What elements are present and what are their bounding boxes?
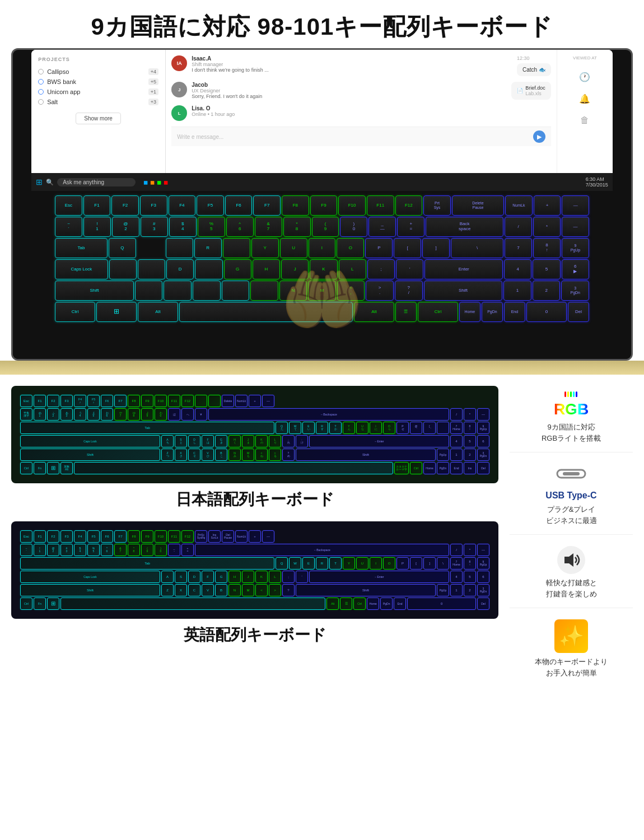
- jp-kana[interactable]: カタカナローマ字: [394, 462, 409, 474]
- en-bs[interactable]: \: [437, 557, 449, 570]
- en-b[interactable]: B: [215, 584, 227, 596]
- en-numplus[interactable]: +: [249, 530, 261, 543]
- en-rb[interactable]: ]: [423, 557, 436, 570]
- jp-g[interactable]: Gき: [215, 435, 227, 447]
- en-6[interactable]: ^6: [101, 544, 113, 556]
- jp-home[interactable]: Home: [423, 462, 436, 474]
- jp-f[interactable]: Fは: [202, 435, 214, 447]
- key-d[interactable]: D: [166, 259, 194, 279]
- en-n9[interactable]: 9PgUp: [477, 557, 489, 570]
- jp-f12[interactable]: F12: [181, 395, 194, 407]
- key-f2[interactable]: F2: [111, 195, 139, 216]
- key-f7[interactable]: F7: [253, 195, 281, 216]
- jp-p[interactable]: Pせ: [396, 422, 409, 434]
- en-n2[interactable]: 2: [464, 584, 476, 596]
- jp-numstar[interactable]: *: [464, 408, 476, 421]
- en-prtsc[interactable]: PrtScSysRq: [195, 530, 207, 543]
- jp-x[interactable]: Xさ: [175, 449, 187, 461]
- key-3[interactable]: #3: [141, 217, 168, 237]
- jp-nu1[interactable]: ぬ1: [34, 408, 46, 421]
- en-z[interactable]: Z: [161, 584, 174, 596]
- en-u[interactable]: U: [356, 557, 368, 570]
- jp-f13[interactable]: [195, 395, 207, 407]
- jp-yen[interactable]: ¥: [195, 408, 207, 421]
- en-f12[interactable]: F12: [181, 530, 194, 543]
- key-pgdn[interactable]: PgDn: [482, 302, 503, 322]
- en-ns[interactable]: /: [450, 544, 463, 556]
- key-y[interactable]: Y: [251, 238, 279, 258]
- en-f5[interactable]: F5: [87, 530, 100, 543]
- key-p[interactable]: P: [365, 238, 393, 258]
- en-f2[interactable]: F2: [47, 530, 59, 543]
- key-2[interactable]: @2: [112, 217, 139, 237]
- jp-u4[interactable]: う4: [74, 408, 86, 421]
- en-space[interactable]: [60, 598, 325, 610]
- en-l[interactable]: L: [269, 571, 281, 583]
- key-6[interactable]: ^6: [226, 217, 254, 237]
- key-menu[interactable]: ☰: [395, 302, 417, 322]
- key-backslash[interactable]: \: [451, 238, 503, 258]
- jp-yu8[interactable]: ゆ8: [128, 408, 140, 421]
- en-bsp[interactable]: ←Backspace: [195, 544, 449, 556]
- jp-8up[interactable]: 8↑: [464, 422, 476, 434]
- jp-del[interactable]: Del: [477, 462, 489, 474]
- en-o[interactable]: O: [383, 557, 395, 570]
- jp-ya7[interactable]: や7: [114, 408, 127, 421]
- jp-a[interactable]: Aち: [161, 435, 174, 447]
- en-k[interactable]: K: [255, 571, 268, 583]
- jp-b[interactable]: Bこ: [215, 449, 227, 461]
- en-esc[interactable]: Esc: [20, 530, 32, 543]
- jp-3pg[interactable]: 3PgDn: [477, 449, 489, 461]
- key-f5[interactable]: F5: [197, 195, 224, 216]
- key-4[interactable]: $4: [169, 217, 197, 237]
- jp-s[interactable]: Sと: [175, 435, 187, 447]
- key-9[interactable]: (9: [312, 217, 339, 237]
- jp-wa0[interactable]: わ0: [155, 408, 167, 421]
- en-n3[interactable]: 3PgDn: [477, 584, 489, 596]
- key-alt-right[interactable]: Alt: [354, 302, 394, 322]
- key-semicolon[interactable]: ;: [367, 259, 395, 279]
- key-capslock[interactable]: Caps Lock: [55, 259, 108, 279]
- en-8[interactable]: *8: [128, 544, 140, 556]
- jp-delete[interactable]: Delete: [222, 395, 234, 407]
- jp-ho[interactable]: ほ: [168, 408, 180, 421]
- en-j[interactable]: J: [242, 571, 254, 583]
- jp-pgup[interactable]: PgUp: [437, 449, 449, 461]
- en-fn[interactable]: Fn: [34, 598, 46, 610]
- jp-l[interactable]: Lり: [269, 435, 281, 447]
- key-f10[interactable]: F10: [338, 195, 366, 216]
- key-e[interactable]: [166, 238, 193, 258]
- key-lbracket[interactable]: [: [394, 238, 421, 258]
- key-1[interactable]: !1: [83, 217, 111, 237]
- jp-6[interactable]: 6: [477, 435, 489, 447]
- key-alt-left[interactable]: Alt: [138, 302, 178, 322]
- jp-q2[interactable]: ?め: [282, 449, 295, 461]
- jp-tab[interactable]: Tab: [20, 422, 274, 434]
- key-b[interactable]: [250, 281, 278, 301]
- jp-r[interactable]: Rす: [316, 422, 328, 434]
- en-n6[interactable]: 6: [477, 571, 489, 583]
- jp-j[interactable]: Jま: [242, 435, 254, 447]
- en-alt-r[interactable]: Alt: [326, 598, 339, 610]
- jp-f5[interactable]: F5♪: [87, 395, 100, 407]
- en-ctrl-l[interactable]: Ctrl: [20, 598, 32, 610]
- en-a[interactable]: A: [161, 571, 174, 583]
- key-end[interactable]: End: [504, 302, 525, 322]
- key-shift-left[interactable]: Shift: [55, 281, 134, 301]
- key-backtick[interactable]: ~`: [55, 217, 82, 237]
- en-f1[interactable]: F1: [34, 530, 46, 543]
- jp-f7[interactable]: F7: [114, 395, 127, 407]
- key-z[interactable]: [135, 281, 163, 301]
- key-7[interactable]: &7: [255, 217, 282, 237]
- key-f6[interactable]: F6: [225, 195, 253, 216]
- key-5[interactable]: %5: [198, 217, 225, 237]
- key-f11[interactable]: F11: [367, 195, 394, 216]
- en-end[interactable]: End: [394, 598, 406, 610]
- jp-backspace[interactable]: ←Backspace: [208, 408, 449, 421]
- en-sl[interactable]: ?: [282, 584, 295, 596]
- key-v[interactable]: [222, 281, 250, 301]
- en-n[interactable]: N: [228, 584, 241, 596]
- jp-n[interactable]: Nみ: [228, 449, 241, 461]
- en-x[interactable]: X: [175, 584, 187, 596]
- en-win2[interactable]: ⊞: [47, 598, 59, 610]
